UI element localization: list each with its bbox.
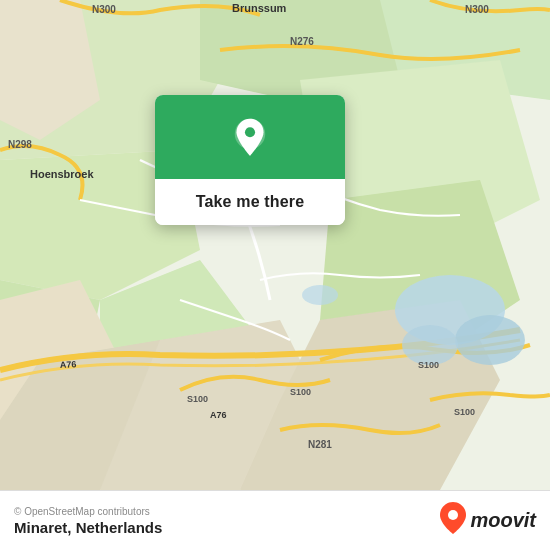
svg-point-16 [455, 315, 525, 365]
svg-text:N300: N300 [465, 4, 489, 15]
popup-card: Take me there [155, 95, 345, 225]
location-name: Minaret, Netherlands [14, 519, 162, 536]
svg-text:Hoensbroek: Hoensbroek [30, 168, 94, 180]
moovit-brand-text: moovit [470, 509, 536, 532]
svg-text:N276: N276 [290, 36, 314, 47]
svg-point-17 [402, 325, 458, 365]
svg-point-36 [448, 510, 458, 520]
svg-text:N281: N281 [308, 439, 332, 450]
svg-text:S100: S100 [290, 387, 311, 397]
svg-text:S100: S100 [418, 360, 439, 370]
footer-bar: © OpenStreetMap contributors Minaret, Ne… [0, 490, 550, 550]
footer-info: © OpenStreetMap contributors Minaret, Ne… [14, 506, 162, 536]
svg-text:N298: N298 [8, 139, 32, 150]
take-me-there-button[interactable]: Take me there [155, 179, 345, 225]
location-pin-icon [228, 117, 272, 161]
popup-header [155, 95, 345, 179]
svg-text:Brunssum: Brunssum [232, 2, 287, 14]
attribution-text: © OpenStreetMap contributors [14, 506, 162, 517]
svg-text:S100: S100 [454, 407, 475, 417]
moovit-logo: moovit [440, 502, 536, 540]
moovit-pin-icon [440, 502, 466, 540]
map-view[interactable]: N300 N276 N298 N300 A76 A76 S100 S100 S1… [0, 0, 550, 490]
map-svg: N300 N276 N298 N300 A76 A76 S100 S100 S1… [0, 0, 550, 490]
svg-text:A76: A76 [60, 359, 77, 370]
svg-point-18 [302, 285, 338, 305]
svg-text:N300: N300 [92, 4, 116, 15]
svg-text:S100: S100 [187, 394, 208, 404]
svg-point-35 [245, 127, 255, 137]
svg-text:A76: A76 [210, 410, 227, 420]
